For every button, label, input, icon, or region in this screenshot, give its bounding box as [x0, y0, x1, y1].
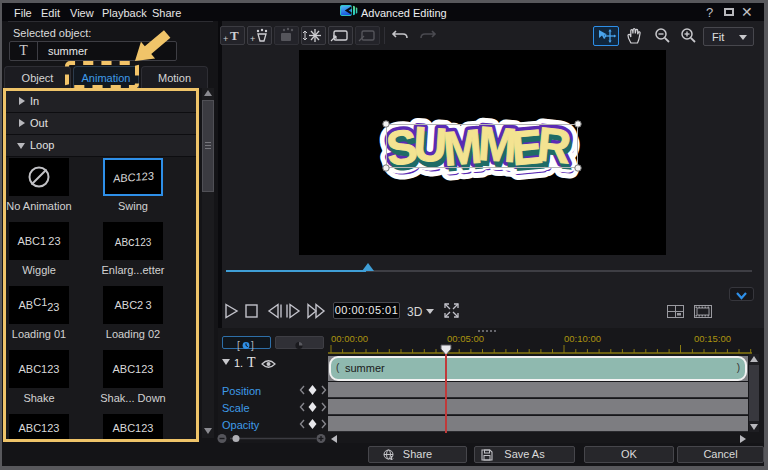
- svg-text:00:10:00: 00:10:00: [564, 333, 601, 344]
- svg-text:00:00:00: 00:00:00: [331, 333, 368, 344]
- svg-text:00:05:00: 00:05:00: [447, 333, 484, 344]
- svg-text:+: +: [223, 34, 228, 44]
- svg-text:+: +: [250, 34, 255, 44]
- svg-text:]: ]: [251, 340, 254, 351]
- svg-text:00:15:00: 00:15:00: [694, 333, 731, 344]
- svg-text:[: [: [237, 340, 240, 351]
- svg-text:T: T: [230, 28, 239, 43]
